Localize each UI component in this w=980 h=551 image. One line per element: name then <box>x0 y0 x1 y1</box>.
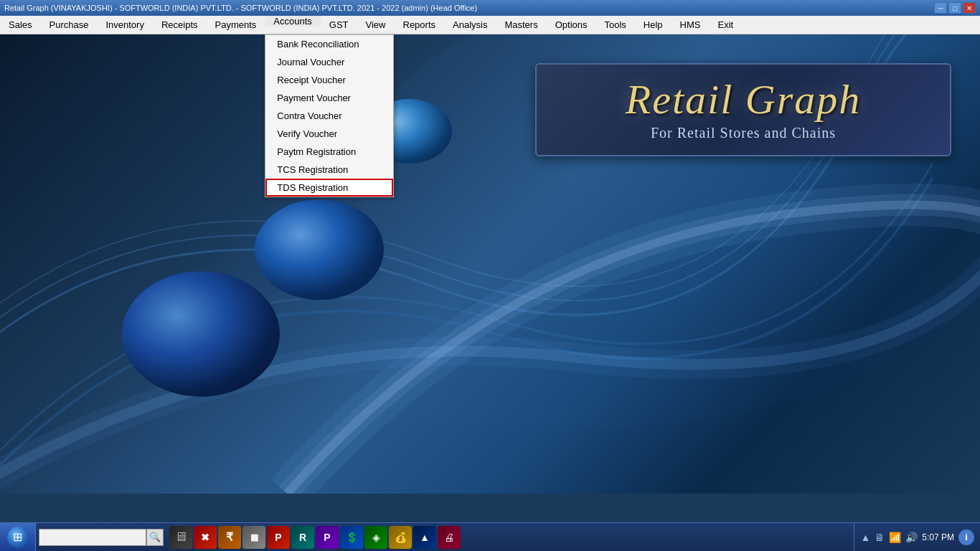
taskbar-search-button[interactable]: 🔍 <box>146 529 164 546</box>
taskbar-app-11[interactable]: ▲ <box>413 526 436 549</box>
search-icon: 🔍 <box>149 532 161 542</box>
taskbar-app-12[interactable]: 🖨 <box>438 526 461 549</box>
menu-hms[interactable]: HMS <box>672 16 710 34</box>
dropdown-tds-registration[interactable]: TDS Registration <box>265 179 393 197</box>
taskbar-app-2[interactable]: ✖ <box>194 526 217 549</box>
menu-options[interactable]: Options <box>547 16 596 34</box>
menu-masters[interactable]: Masters <box>496 16 546 34</box>
sphere-medium <box>255 199 384 300</box>
titlebar: Retail Graph (VINAYAKJOSHI) - SOFTWORLD … <box>0 0 980 16</box>
taskbar-app-7[interactable]: P <box>316 526 339 549</box>
taskbar-app-1[interactable]: 🖥 <box>169 526 192 549</box>
start-button[interactable]: ⊞ <box>0 523 36 552</box>
taskbar-app-4[interactable]: ▦ <box>242 526 265 549</box>
info-button[interactable]: i <box>958 529 974 545</box>
logo-box: Retail Graph For Retail Stores and Chain… <box>535 63 951 156</box>
taskbar-app-3[interactable]: ₹ <box>218 526 241 549</box>
menu-reports[interactable]: Reports <box>395 16 445 34</box>
taskbar-app-8[interactable]: 💲 <box>340 526 363 549</box>
dropdown-bank-reconciliation[interactable]: Bank Reconciliation <box>265 35 393 53</box>
accounts-menu-container: Accounts Bank Reconciliation Journal Vou… <box>265 16 320 34</box>
menu-payments[interactable]: Payments <box>207 16 265 34</box>
menu-sales[interactable]: Sales <box>0 16 41 34</box>
taskbar-app-6[interactable]: R <box>291 526 314 549</box>
menu-exit[interactable]: Exit <box>710 16 743 34</box>
show-hidden-icons-button[interactable]: ▲ <box>860 532 870 543</box>
menubar: Sales Purchase Inventory Receipts Paymen… <box>0 16 980 34</box>
menu-view[interactable]: View <box>357 16 395 34</box>
menu-receipts[interactable]: Receipts <box>153 16 207 34</box>
menu-purchase[interactable]: Purchase <box>41 16 98 34</box>
taskbar: ⊞ 🔍 🖥 ✖ ₹ ▦ P R P 💲 ◈ 💰 ▲ 🖨 ▲ 🖥 📶 🔊 5:07… <box>0 522 980 551</box>
start-orb: ⊞ <box>7 527 29 548</box>
menu-gst[interactable]: GST <box>321 16 357 34</box>
titlebar-controls: ─ □ ✕ <box>934 2 976 14</box>
system-clock[interactable]: 5:07 PM <box>922 532 954 542</box>
logo-title: Retail Graph <box>626 79 861 121</box>
sphere-large <box>122 271 280 397</box>
dropdown-payment-voucher[interactable]: Payment Voucher <box>265 89 393 107</box>
maximize-button[interactable]: □ <box>948 2 961 14</box>
menu-analysis[interactable]: Analysis <box>444 16 496 34</box>
main-content: Retail Graph For Retail Stores and Chain… <box>0 34 980 494</box>
network-tray-icon[interactable]: 📶 <box>889 532 901 543</box>
dropdown-paytm-registration[interactable]: Paytm Registration <box>265 143 393 161</box>
taskbar-search: 🔍 <box>39 529 164 546</box>
close-button[interactable]: ✕ <box>963 2 976 14</box>
titlebar-title: Retail Graph (VINAYAKJOSHI) - SOFTWORLD … <box>4 4 934 12</box>
dropdown-tcs-registration[interactable]: TCS Registration <box>265 161 393 179</box>
menu-help[interactable]: Help <box>635 16 672 34</box>
accounts-dropdown: Bank Reconciliation Journal Voucher Rece… <box>265 34 394 197</box>
taskbar-tray: ▲ 🖥 📶 🔊 5:07 PM i <box>854 523 980 551</box>
dropdown-journal-voucher[interactable]: Journal Voucher <box>265 53 393 71</box>
taskbar-icons: 🖥 ✖ ₹ ▦ P R P 💲 ◈ 💰 ▲ 🖨 <box>169 526 851 549</box>
taskbar-app-5[interactable]: P <box>267 526 290 549</box>
menu-inventory[interactable]: Inventory <box>97 16 152 34</box>
taskbar-search-input[interactable] <box>39 529 146 546</box>
menu-tools[interactable]: Tools <box>596 16 635 34</box>
monitor-tray-icon[interactable]: 🖥 <box>875 532 885 543</box>
taskbar-app-10[interactable]: 💰 <box>389 526 412 549</box>
dropdown-verify-voucher[interactable]: Verify Voucher <box>265 125 393 143</box>
dropdown-contra-voucher[interactable]: Contra Voucher <box>265 107 393 125</box>
minimize-button[interactable]: ─ <box>934 2 947 14</box>
menu-accounts[interactable]: Accounts <box>265 16 320 27</box>
dropdown-receipt-voucher[interactable]: Receipt Voucher <box>265 71 393 89</box>
logo-subtitle: For Retail Stores and Chains <box>651 125 836 141</box>
taskbar-app-9[interactable]: ◈ <box>364 526 387 549</box>
volume-tray-icon[interactable]: 🔊 <box>905 532 918 543</box>
windows-logo-icon: ⊞ <box>13 530 22 544</box>
